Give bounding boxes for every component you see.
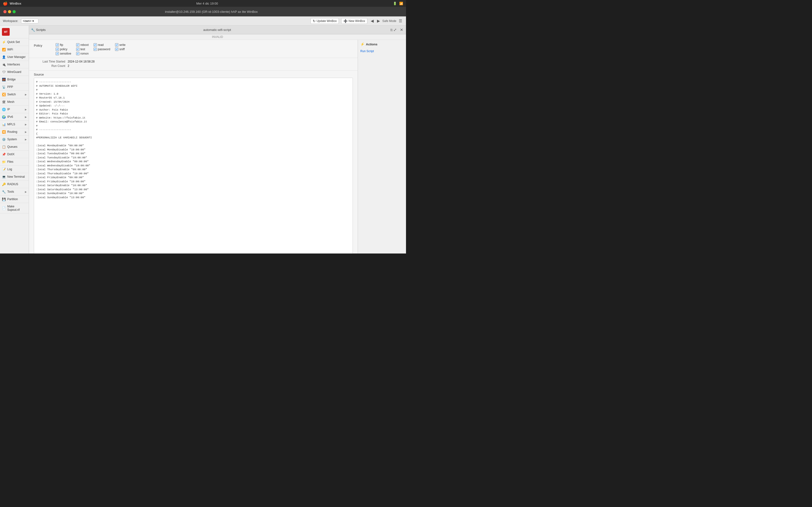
partition-icon: 💾 (2, 197, 6, 201)
mac-bar-left: 🍎 WinBox (3, 1, 21, 6)
sidebar-item-wifi[interactable]: 📶 WiFi (0, 46, 29, 53)
sniff-checkbox[interactable]: ✓ (115, 48, 118, 51)
sidebar-item-user-manager[interactable]: 👤 User Manager (0, 53, 29, 61)
last-started-label: Last Time Started (34, 60, 65, 63)
sidebar-item-label: Interfaces (7, 63, 20, 66)
workspace-label: Workspace: (3, 19, 18, 23)
sidebar-item-interfaces[interactable]: 🔌 Interfaces (0, 61, 29, 68)
copy-tab-button[interactable]: ⎘ (391, 28, 393, 32)
ftp-checkbox[interactable]: ✓ (56, 43, 59, 47)
sidebar-item-files[interactable]: 📁 Files (0, 158, 29, 166)
policy-check-password[interactable]: ✓ password (94, 48, 110, 51)
policy-check-read[interactable]: ✓ read (94, 43, 110, 47)
sidebar-item-new-terminal[interactable]: 💻 New Terminal (0, 173, 29, 181)
dotix-icon: 📌 (2, 152, 6, 156)
policy-check-policy[interactable]: ✓ policy (56, 48, 71, 51)
write-checkbox[interactable]: ✓ (115, 43, 118, 47)
fullscreen-button[interactable] (12, 10, 16, 13)
sidebar-item-make-supout[interactable]: 📄 Make Supout.rif (0, 203, 29, 213)
script-tabbar: 🔧 Scripts automatic-wifi-script ⎘ ⤢ ✕ (29, 25, 406, 34)
sidebar-item-wireguard[interactable]: 🛡 WireGuard (0, 68, 29, 76)
test-checkbox[interactable]: ✓ (76, 48, 80, 51)
sidebar-item-ip[interactable]: 🌐 IP ▶ (0, 106, 29, 113)
policy-check-test[interactable]: ✓ test (76, 48, 89, 51)
policy-check-ftp[interactable]: ✓ ftp (56, 43, 71, 47)
sidebar-item-dotix[interactable]: 📌 DotIX (0, 151, 29, 158)
mac-top-bar: 🍎 WinBox Mer 4 dic 19:00 🔋 📶 (0, 0, 406, 7)
source-editor[interactable]: # -------------------- # AUTOMATIC SCHED… (34, 78, 353, 253)
supout-icon: 📄 (2, 206, 6, 210)
policy-check-reboot[interactable]: ✓ reboot (76, 43, 89, 47)
sidebar-item-switch[interactable]: 🔀 Switch ▶ (0, 91, 29, 98)
tools-arrow-icon: ▶ (25, 190, 27, 193)
system-arrow-icon: ▶ (25, 138, 27, 141)
forward-button[interactable]: ▶ (376, 18, 381, 24)
policy-check-write[interactable]: ✓ write (115, 43, 125, 47)
sidebar-item-bridge[interactable]: 🌉 Bridge (0, 76, 29, 83)
scripts-section-label: Scripts (36, 28, 46, 32)
read-checkbox[interactable]: ✓ (94, 43, 97, 47)
sidebar-item-routing[interactable]: 🔀 Routing ▶ (0, 128, 29, 136)
run-script-action[interactable]: Run Script (360, 49, 404, 54)
mpls-arrow-icon: ▶ (25, 123, 27, 126)
actions-icon: ⚡ (360, 42, 364, 46)
romon-checkbox[interactable]: ✓ (76, 52, 80, 55)
sidebar-item-log[interactable]: 📝 Log (0, 166, 29, 173)
scripts-section-icon: 🔧 (31, 28, 35, 32)
apple-menu[interactable]: 🍎 (3, 1, 8, 6)
password-checkbox[interactable]: ✓ (94, 48, 97, 51)
policy-check-sensitive[interactable]: ✓ sensitive (56, 52, 71, 55)
last-started-row: Last Time Started 2024-12-04 18:58:28 (34, 60, 353, 63)
policy-checkbox[interactable]: ✓ (56, 48, 59, 51)
run-count-value: 2 (68, 64, 69, 68)
sidebar: MT ⚡ Quick Set 📶 WiFi 👤 User Manager 🔌 I… (0, 25, 29, 253)
sidebar-item-label: Switch (7, 93, 16, 96)
policy-check-sniff[interactable]: ✓ sniff (115, 48, 125, 51)
reboot-checkbox[interactable]: ✓ (76, 43, 80, 47)
run-count-label: Run Count (34, 64, 65, 68)
quick-set-icon: ⚡ (2, 40, 6, 44)
sensitive-checkbox[interactable]: ✓ (56, 52, 59, 55)
sidebar-item-ipv6[interactable]: 🌍 IPv6 ▶ (0, 113, 29, 121)
sidebar-item-quick-set[interactable]: ⚡ Quick Set (0, 38, 29, 46)
log-icon: 📝 (2, 167, 6, 171)
close-button[interactable] (3, 10, 6, 13)
detach-button[interactable]: ⤢ (393, 27, 398, 32)
script-content: Policy ✓ ftp ✓ reboot ✓ (29, 40, 406, 253)
sidebar-item-ppp[interactable]: 📡 PPP (0, 83, 29, 91)
sidebar-item-tools[interactable]: 🔧 Tools ▶ (0, 188, 29, 195)
wifi-nav-icon: 📶 (2, 48, 6, 51)
sidebar-item-queues[interactable]: 📋 Queues (0, 143, 29, 151)
sidebar-item-label: Files (7, 160, 13, 163)
navigation-controls: ◀ ▶ Safe Mode ☰ (370, 18, 403, 24)
script-main: Policy ✓ ftp ✓ reboot ✓ (29, 40, 358, 253)
sidebar-item-mesh[interactable]: 🕸 Mesh (0, 98, 29, 106)
settings-button[interactable]: ☰ (398, 18, 403, 24)
sidebar-item-label: User Manager (7, 55, 26, 59)
sidebar-item-label: RADIUS (7, 182, 18, 186)
policy-checks: ✓ ftp ✓ reboot ✓ read (56, 43, 125, 55)
sidebar-logo: MT (0, 25, 29, 38)
minimize-button[interactable] (8, 10, 11, 13)
new-winbox-button[interactable]: ➕ New WinBox (341, 18, 367, 24)
mesh-icon: 🕸 (2, 100, 6, 104)
workspace-select[interactable]: <own> ▾ (21, 18, 38, 23)
close-tab-button[interactable]: ✕ (399, 27, 404, 32)
last-started-value: 2024-12-04 18:58:28 (68, 60, 95, 63)
sidebar-item-mpls[interactable]: 📊 MPLS ▶ (0, 121, 29, 128)
sidebar-item-system[interactable]: ⚙️ System ▶ (0, 136, 29, 143)
tools-icon: 🔧 (2, 190, 6, 193)
back-button[interactable]: ◀ (370, 18, 374, 24)
ip-arrow-icon: ▶ (25, 108, 27, 111)
app-titlebar: installer@10.246.159.160 (GR-id-1003-cli… (0, 7, 406, 16)
sidebar-item-partition[interactable]: 💾 Partition (0, 195, 29, 203)
update-winbox-button[interactable]: ↻ Update WinBox (311, 18, 339, 24)
main-layout: MT ⚡ Quick Set 📶 WiFi 👤 User Manager 🔌 I… (0, 25, 406, 253)
sidebar-item-radius[interactable]: 🔑 RADIUS (0, 181, 29, 188)
actions-sidebar: ⚡ Actions Run Script (358, 40, 406, 253)
safe-mode-label: Safe Mode (382, 19, 396, 23)
sidebar-item-label: Routing (7, 130, 17, 133)
battery-icon: 🔋 (393, 2, 397, 5)
interfaces-icon: 🔌 (2, 62, 6, 66)
policy-check-romon[interactable]: ✓ romon (76, 52, 89, 55)
